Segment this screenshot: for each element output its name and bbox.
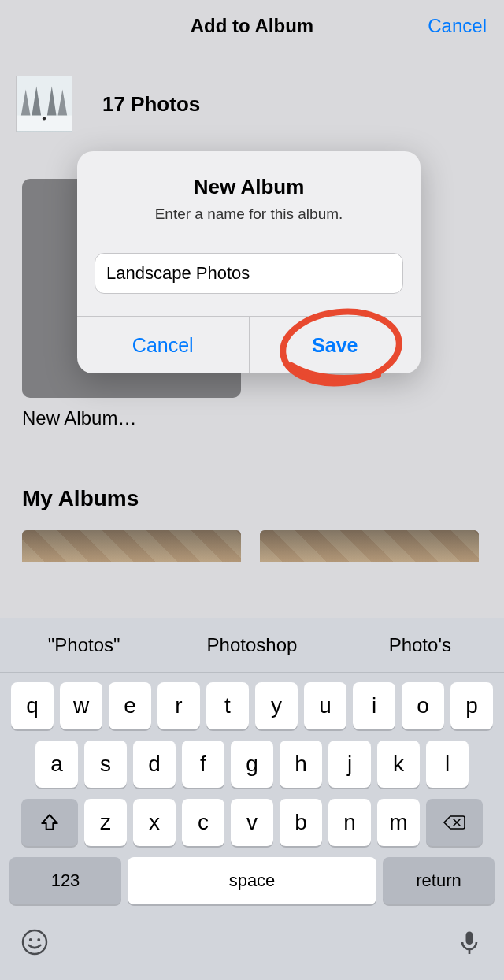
key-a[interactable]: a	[35, 741, 78, 788]
dialog-subtitle: Enter a name for this album.	[99, 206, 398, 223]
key-backspace[interactable]	[426, 799, 483, 846]
section-my-albums: My Albums	[22, 486, 504, 511]
svg-point-4	[23, 930, 46, 954]
suggestion[interactable]: Photo's	[336, 634, 504, 656]
suggestion-bar: "Photos" Photoshop Photo's	[0, 618, 504, 673]
key-g[interactable]: g	[231, 741, 273, 788]
selection-count: 17 Photos	[102, 92, 200, 117]
page-title: Add to Album	[191, 15, 313, 37]
key-x[interactable]: x	[133, 799, 176, 846]
key-v[interactable]: v	[231, 799, 273, 846]
selection-thumbnail	[16, 76, 72, 132]
new-album-dialog: New Album Enter a name for this album. C…	[77, 151, 421, 373]
winter-trees-thumbnail	[17, 75, 72, 132]
shift-icon	[39, 812, 60, 833]
new-album-label: New Album…	[22, 407, 504, 429]
key-j[interactable]: j	[328, 741, 371, 788]
key-s[interactable]: s	[84, 741, 127, 788]
selection-summary: 17 Photos	[0, 52, 504, 156]
key-row-2: a s d f g h j k l	[5, 741, 499, 788]
key-d[interactable]: d	[133, 741, 176, 788]
dialog-cancel-button[interactable]: Cancel	[77, 317, 249, 373]
keyboard-bottom-bar	[0, 914, 504, 980]
svg-point-5	[29, 938, 32, 941]
key-c[interactable]: c	[182, 799, 224, 846]
key-t[interactable]: t	[206, 682, 249, 729]
key-m[interactable]: m	[377, 799, 420, 846]
backspace-icon	[443, 813, 466, 832]
svg-rect-7	[466, 932, 473, 945]
key-b[interactable]: b	[280, 799, 322, 846]
key-row-4: 123 space return	[5, 857, 499, 909]
key-row-1: q w e r t y u i o p	[5, 682, 499, 729]
album-grid	[22, 530, 504, 562]
album-thumbnail[interactable]	[22, 530, 241, 562]
suggestion[interactable]: "Photos"	[0, 634, 168, 656]
key-q[interactable]: q	[11, 682, 54, 729]
key-numbers[interactable]: 123	[9, 857, 121, 904]
emoji-icon[interactable]	[20, 928, 49, 956]
svg-point-6	[37, 938, 40, 941]
key-return[interactable]: return	[383, 857, 495, 904]
album-thumbnail[interactable]	[260, 530, 479, 562]
key-space[interactable]: space	[128, 857, 376, 904]
key-w[interactable]: w	[60, 682, 102, 729]
mic-icon[interactable]	[455, 928, 484, 956]
key-z[interactable]: z	[84, 799, 127, 846]
key-e[interactable]: e	[109, 682, 151, 729]
key-p[interactable]: p	[450, 682, 493, 729]
key-h[interactable]: h	[280, 741, 322, 788]
key-f[interactable]: f	[182, 741, 224, 788]
key-row-3: z x c v b n m	[5, 799, 499, 846]
key-u[interactable]: u	[304, 682, 346, 729]
key-o[interactable]: o	[402, 682, 444, 729]
key-k[interactable]: k	[377, 741, 420, 788]
key-i[interactable]: i	[353, 682, 395, 729]
dialog-save-button[interactable]: Save	[249, 317, 421, 373]
suggestion[interactable]: Photoshop	[168, 634, 335, 656]
svg-point-2	[43, 117, 46, 120]
album-name-input[interactable]	[94, 253, 403, 294]
key-l[interactable]: l	[426, 741, 469, 788]
navbar: Add to Album Cancel	[0, 0, 504, 52]
dialog-title: New Album	[99, 175, 398, 199]
keyboard: "Photos" Photoshop Photo's q w e r t y u…	[0, 618, 504, 980]
cancel-button[interactable]: Cancel	[428, 15, 487, 37]
key-r[interactable]: r	[158, 682, 200, 729]
key-y[interactable]: y	[255, 682, 298, 729]
key-shift[interactable]	[21, 799, 78, 846]
key-n[interactable]: n	[328, 799, 371, 846]
